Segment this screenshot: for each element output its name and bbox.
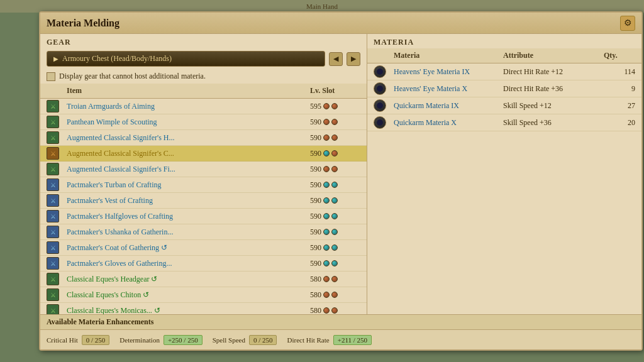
prev-gear-button[interactable]: ◀ xyxy=(329,52,343,66)
materia-table-header: Materia Attribute Qty. xyxy=(367,48,641,63)
materia-dot-indicator xyxy=(331,182,338,188)
gear-item-level-slot: 595 xyxy=(310,102,360,111)
gear-item-icon: ⚔ xyxy=(47,304,59,314)
main-window: Materia Melding ⚙ GEAR ▶ Armoury Chest (… xyxy=(39,11,643,351)
materia-dot-indicator xyxy=(331,213,338,219)
gear-selector-row: ▶ Armoury Chest (Head/Body/Hands) ◀ ▶ xyxy=(47,51,360,67)
top-bar: Main Hand xyxy=(0,0,644,13)
materia-item-name: Quickarm Materia IX xyxy=(394,101,503,111)
gear-table-row[interactable]: ⚔Pactmaker's Vest of Crafting590 xyxy=(40,193,367,209)
gear-item-name: Augmented Classical Signifer's H... xyxy=(67,133,310,143)
materia-col-icon xyxy=(374,51,394,60)
gear-item-name: Troian Armguards of Aiming xyxy=(67,102,310,111)
gear-table-row[interactable]: ⚔Pactmaker's Gloves of Gathering...590 xyxy=(40,256,367,272)
gear-item-name: Pactmaker's Ushanka of Gatherin... xyxy=(67,228,310,237)
materia-dot-indicator xyxy=(331,292,338,298)
gear-item-level: 590 xyxy=(310,212,321,221)
gear-item-name: Panthean Wimple of Scouting xyxy=(67,118,310,127)
materia-dot-indicator xyxy=(323,260,330,266)
gear-table-row[interactable]: ⚔Pactmaker's Coat of Gathering ↺590 xyxy=(40,240,367,256)
gear-table-row[interactable]: ⚔Augmented Classical Signifer's C...590 xyxy=(40,146,367,162)
close-button[interactable]: ⚙ xyxy=(620,16,635,31)
materia-dot-indicator xyxy=(323,229,330,235)
gear-item-icon: ⚔ xyxy=(47,163,59,175)
gear-table-row[interactable]: ⚔Augmented Classical Signifer's Fi...590 xyxy=(40,162,367,177)
materia-table-row[interactable]: Heavens' Eye Materia IXDirect Hit Rate +… xyxy=(367,63,641,80)
display-checkbox[interactable] xyxy=(47,72,55,81)
gear-item-icon: ⚔ xyxy=(47,241,59,254)
arrow-right-icon: ▶ xyxy=(53,55,58,62)
gear-item-name: Pactmaker's Gloves of Gathering... xyxy=(67,259,310,268)
enhancement-name: Critical Hit xyxy=(47,336,78,344)
materia-dot-indicator xyxy=(331,119,338,125)
gear-item-level-slot: 590 xyxy=(310,133,360,143)
gear-selector-button[interactable]: ▶ Armoury Chest (Head/Body/Hands) xyxy=(47,51,325,67)
enhancement-values: +211 / 250 xyxy=(333,335,372,345)
gear-table-row[interactable]: ⚔Augmented Classical Signifer's H...590 xyxy=(40,130,367,146)
gear-table-row[interactable]: ⚔Panthean Wimple of Scouting590 xyxy=(40,114,367,130)
next-gear-button[interactable]: ▶ xyxy=(347,52,360,66)
gear-item-name: Classical Eques's Chiton ↺ xyxy=(67,290,310,300)
gear-item-name: Classical Eques's Headgear ↺ xyxy=(67,275,310,284)
materia-dot-indicator xyxy=(331,197,338,204)
gear-item-icon: ⚔ xyxy=(47,116,59,128)
enhancement-item: Spell Speed0 / 250 xyxy=(213,335,277,345)
gear-table-row[interactable]: ⚔Pactmaker's Turban of Crafting590 xyxy=(40,177,367,193)
gear-item-level: 590 xyxy=(310,196,321,206)
display-checkbox-label: Display gear that cannot host additional… xyxy=(59,72,206,81)
gear-item-level: 590 xyxy=(310,118,321,127)
gear-table-row[interactable]: ⚔Classical Eques's Monicas... ↺580 xyxy=(40,303,367,314)
materia-dot-indicator xyxy=(323,182,330,188)
gear-item-icon: ⚔ xyxy=(47,178,59,191)
materia-table-row[interactable]: Quickarm Materia IXSkill Speed +1227 xyxy=(367,97,641,114)
gear-item-icon: ⚔ xyxy=(47,147,59,160)
materia-table-row[interactable]: Quickarm Materia XSkill Speed +3620 xyxy=(367,114,641,131)
gear-table-row[interactable]: ⚔Pactmaker's Halfgloves of Crafting590 xyxy=(40,209,367,224)
gear-item-level: 580 xyxy=(310,275,321,284)
gear-item-level: 590 xyxy=(310,165,321,174)
materia-item-qty: 9 xyxy=(604,84,635,94)
available-enhancements-label: Available Materia Enhancements xyxy=(40,314,641,329)
materia-dot-indicator xyxy=(331,103,338,109)
materia-dot-indicator xyxy=(331,134,338,141)
gear-table-row[interactable]: ⚔Classical Eques's Headgear ↺580 xyxy=(40,272,367,287)
panels: GEAR ▶ Armoury Chest (Head/Body/Hands) ◀… xyxy=(40,34,641,314)
gear-item-level-slot: 590 xyxy=(310,118,360,127)
gear-table-row[interactable]: ⚔Troian Armguards of Aiming595 xyxy=(40,99,367,114)
materia-dot-indicator xyxy=(323,213,330,219)
materia-dot-indicator xyxy=(331,260,338,266)
gear-item-name: Classical Eques's Monicas... ↺ xyxy=(67,306,310,315)
materia-dot-indicator xyxy=(323,103,330,109)
enhancement-name: Direct Hit Rate xyxy=(287,336,329,344)
gear-item-level-slot: 590 xyxy=(310,243,360,253)
materia-col-qty: Qty. xyxy=(604,51,635,60)
gear-item-icon: ⚔ xyxy=(47,226,59,238)
gear-item-name: Augmented Classical Signifer's Fi... xyxy=(67,165,310,174)
gear-item-level: 580 xyxy=(310,290,321,300)
gear-item-name: Pactmaker's Vest of Crafting xyxy=(67,196,310,206)
materia-dot-indicator xyxy=(323,276,330,282)
enhancement-item: Direct Hit Rate+211 / 250 xyxy=(287,335,372,345)
materia-item-icon xyxy=(374,82,386,95)
materia-dot-indicator xyxy=(323,244,330,251)
gear-item-level: 590 xyxy=(310,133,321,143)
materia-dot-indicator xyxy=(323,307,330,314)
gear-item-level-slot: 590 xyxy=(310,196,360,206)
materia-item-qty: 27 xyxy=(604,101,635,111)
materia-table-row[interactable]: Heavens' Eye Materia XDirect Hit Rate +3… xyxy=(367,80,641,97)
materia-item-attribute: Skill Speed +36 xyxy=(503,118,604,128)
gear-item-level-slot: 590 xyxy=(310,259,360,268)
gear-item-level-slot: 590 xyxy=(310,228,360,237)
enhancements-bar: Critical Hit0 / 250Determination+250 / 2… xyxy=(40,329,641,349)
gear-item-level: 590 xyxy=(310,149,321,158)
materia-item-icon xyxy=(374,116,386,129)
enhancement-name: Spell Speed xyxy=(213,336,245,344)
gear-item-icon: ⚔ xyxy=(47,257,59,270)
materia-dot-indicator xyxy=(331,166,338,172)
materia-dot-indicator xyxy=(331,150,338,156)
gear-table-row[interactable]: ⚔Pactmaker's Ushanka of Gatherin...590 xyxy=(40,224,367,240)
gear-item-icon: ⚔ xyxy=(47,273,59,285)
materia-dot-indicator xyxy=(323,292,330,298)
materia-item-qty: 114 xyxy=(604,67,635,77)
gear-table-row[interactable]: ⚔Classical Eques's Chiton ↺580 xyxy=(40,287,367,303)
